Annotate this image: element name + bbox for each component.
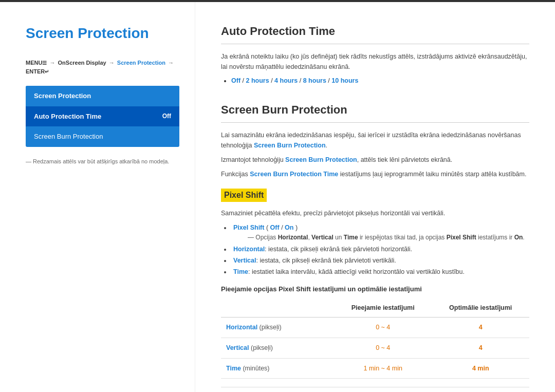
row-label-vertical: Vertical — [226, 344, 249, 351]
table-row: Time (minūtes) 1 min ~ 4 min 4 min — [221, 358, 529, 379]
nav-item-auto-protection[interactable]: Auto Protection Time Off — [26, 106, 179, 127]
bullet-v-label: Vertical — [233, 257, 256, 264]
screen-burn-text2: Izmantojot tehnoloģiju Screen Burn Prote… — [221, 155, 529, 165]
breadcrumb-menu: MENU☰ — [26, 60, 47, 66]
table-cell-optimal: 4 — [432, 338, 529, 358]
left-footnote: Redzamais attēls var būt atšķirīgs atkar… — [26, 157, 179, 166]
range-horizontal: 0 ~ 4 — [376, 324, 390, 331]
screen-burn-tech: Screen Burn Protection — [285, 156, 357, 163]
section-auto-protection: Auto Protection Time Ja ekrānā noteiktu … — [221, 23, 529, 86]
pixel-shift-note: Opcijas Horizontal, Vertical un Time ir … — [233, 233, 529, 242]
th-col1: Pieejamie iestatījumi — [334, 299, 432, 317]
note-vertical: Vertical — [311, 234, 334, 241]
option-2h: 2 hours — [246, 77, 269, 84]
main-container: Screen Protection MENU☰ → OnScreen Displ… — [0, 2, 555, 392]
breadcrumb-arrow1: → — [49, 60, 57, 66]
nav-item-value: Off — [162, 111, 171, 121]
row-label-time: Time — [226, 365, 241, 372]
note-ps: Pixel Shift — [447, 234, 476, 241]
option-4h: 4 hours — [274, 77, 298, 84]
breadcrumb-enter: ENTER↵ — [26, 68, 49, 74]
pixel-shift-bullets: Pixel Shift ( Off / On ) Opcijas Horizon… — [221, 222, 529, 277]
note-horizontal: Horizontal — [278, 234, 308, 241]
section-screen-burn: Screen Burn Protection Lai samazinātu ek… — [221, 101, 529, 392]
page-title: Screen Protection — [26, 23, 179, 44]
pixel-shift-desc: Samaziniet pēcattēla efektu, precīzi pār… — [221, 208, 529, 218]
table-title: Pieejamie opcijas Pixel Shift iestatījum… — [221, 284, 529, 294]
bullet-off: Off — [270, 224, 280, 231]
bullet-h-label: Horizontal — [233, 246, 265, 253]
nav-item-label: Auto Protection Time — [34, 111, 101, 122]
pixel-shift-section: Pixel Shift Samaziniet pēcattēla efektu,… — [221, 189, 529, 392]
bullet-t-label: Time — [233, 268, 248, 275]
nav-box: Screen Protection Auto Protection Time O… — [26, 86, 179, 147]
row-unit-vertical: (pikseļi) — [251, 344, 273, 351]
table-cell-range: 1 min ~ 4 min — [334, 358, 432, 379]
screen-burn-text3: Funkcijas Screen Burn Protection Time ie… — [221, 169, 529, 179]
table-cell-range: 0 ~ 4 — [334, 318, 432, 338]
table-cell-optimal: 4 min — [432, 358, 529, 379]
auto-protection-title: Auto Protection Time — [221, 23, 529, 44]
optimal-vertical: 4 — [479, 344, 483, 351]
option-off: Off — [231, 77, 240, 84]
option-8h: 8 hours — [303, 77, 326, 84]
screen-burn-title: Screen Burn Protection — [221, 101, 529, 123]
optimal-time: 4 min — [472, 365, 489, 372]
pixel-shift-title: Pixel Shift — [221, 189, 267, 202]
bottom-notes: Pixel Shift vērtība var atšķirties atkar… — [221, 387, 529, 392]
breadcrumb-arrow2: → — [109, 60, 116, 66]
pixel-shift-table: Pieejamie iestatījumi Optimālie iestatīj… — [221, 299, 529, 379]
screen-burn-text1: Lai samazinātu ekrāna iededzināšanas ies… — [221, 130, 529, 151]
range-vertical: 0 ~ 4 — [376, 344, 390, 351]
note-on: On — [514, 234, 523, 241]
row-unit-horizontal: (pikseļi) — [260, 324, 282, 331]
nav-item-screen-burn[interactable]: Screen Burn Protection — [26, 126, 179, 147]
table-cell-label: Vertical (pikseļi) — [221, 338, 334, 358]
note-time: Time — [344, 234, 358, 241]
table-cell-optimal: 4 — [432, 318, 529, 338]
auto-protection-text: Ja ekrānā noteiktu laiku (ko jūs definēj… — [221, 51, 529, 72]
nav-box-title: Screen Protection — [26, 86, 179, 106]
bullet-vertical: Vertical: iestata, cik pikseļi ekrānā ti… — [231, 255, 529, 266]
breadcrumb-screen-protection: Screen Protection — [117, 60, 165, 66]
option-item: Off / 2 hours / 4 hours / 8 hours / 10 h… — [231, 76, 529, 86]
bullet-horizontal: Horizontal: iestata, cik pikseļi ekrānā … — [231, 244, 529, 254]
row-label-horizontal: Horizontal — [226, 324, 257, 331]
table-cell-label: Time (minūtes) — [221, 358, 334, 379]
th-col2: Optimālie iestatījumi — [432, 299, 529, 317]
bullet-pixel-shift: Pixel Shift ( Off / On ) Opcijas Horizon… — [231, 222, 529, 242]
option-10h: 10 hours — [331, 77, 358, 84]
left-panel: Screen Protection MENU☰ → OnScreen Displ… — [0, 2, 195, 392]
auto-protection-options: Off / 2 hours / 4 hours / 8 hours / 10 h… — [221, 76, 529, 86]
table-cell-range: 0 ~ 4 — [334, 338, 432, 358]
table-cell-label: Horizontal (pikseļi) — [221, 318, 334, 338]
breadcrumb-arrow3: → — [168, 60, 174, 66]
optimal-horizontal: 4 — [479, 324, 483, 331]
right-panel: Auto Protection Time Ja ekrānā noteiktu … — [195, 2, 555, 392]
table-row: Vertical (pikseļi) 0 ~ 4 4 — [221, 338, 529, 358]
screen-burn-name: Screen Burn Protection — [254, 142, 326, 149]
breadcrumb-onscreen: OnScreen Display — [58, 60, 106, 66]
screen-burn-time: Screen Burn Protection Time — [250, 171, 338, 178]
bullet-time: Time: iestatiet laika intervālu, kādā at… — [231, 267, 529, 277]
range-time: 1 min ~ 4 min — [364, 365, 402, 372]
breadcrumb: MENU☰ → OnScreen Display → Screen Protec… — [26, 59, 179, 76]
table-header-row: Pieejamie iestatījumi Optimālie iestatīj… — [221, 299, 529, 317]
bullet-on: On — [285, 224, 293, 231]
table-row: Horizontal (pikseļi) 0 ~ 4 4 — [221, 318, 529, 338]
th-col0 — [221, 299, 334, 317]
bullet-label-ps: Pixel Shift — [233, 224, 264, 231]
row-unit-time: (minūtes) — [243, 365, 269, 372]
